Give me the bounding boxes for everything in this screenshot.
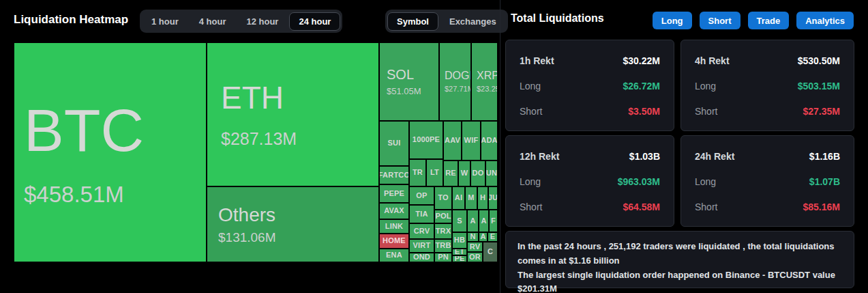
tab-exchanges[interactable]: Exchanges: [440, 12, 506, 31]
cell-symbol: TRX: [436, 227, 451, 236]
treemap-cell-et[interactable]: ET: [452, 249, 467, 255]
summary-line-2: The largest single liquidation order hap…: [518, 268, 842, 293]
cell-symbol: F: [491, 217, 496, 225]
treemap-cell-e[interactable]: E: [488, 232, 498, 242]
treemap-cell-ai[interactable]: AI: [452, 186, 465, 210]
treemap-cell-do[interactable]: DO: [470, 161, 485, 186]
trade-button[interactable]: Trade: [748, 12, 790, 29]
treemap-cell-sol[interactable]: SOL$51.05M: [379, 42, 439, 121]
treemap-cell-or[interactable]: OR: [467, 252, 483, 262]
treemap-cell-pepe[interactable]: PEPE: [379, 184, 409, 203]
treemap-cell-trx[interactable]: TRX: [434, 223, 452, 239]
treemap-cell-sui[interactable]: SUI: [379, 121, 409, 166]
treemap-cell-to[interactable]: TO: [434, 186, 452, 210]
treemap-cell-virt[interactable]: VIRT: [409, 239, 434, 253]
treemap-cell-eth[interactable]: ETH$287.13M: [207, 42, 379, 186]
long-label: Long: [520, 81, 541, 92]
treemap-cell-un[interactable]: UN: [485, 161, 498, 186]
treemap-cell-xrp[interactable]: XRP$23.25M: [471, 42, 498, 121]
treemap-cell-wif[interactable]: WIF: [462, 121, 481, 161]
treemap-cell-c[interactable]: C: [483, 242, 498, 262]
cell-symbol: JU: [488, 194, 498, 202]
card-total: $1.16B: [809, 151, 840, 162]
cell-symbol: RE: [445, 169, 456, 178]
cell-symbol: AVAX: [384, 207, 404, 215]
cell-symbol: LINK: [385, 223, 403, 231]
tab-24-hour[interactable]: 24 hour: [289, 12, 340, 31]
treemap-cell-ada[interactable]: ADA: [481, 121, 498, 161]
tab-12-hour[interactable]: 12 hour: [237, 12, 288, 31]
tab-1-hour[interactable]: 1 hour: [142, 12, 188, 31]
treemap-cell-m[interactable]: M: [465, 186, 477, 210]
treemap-cell-avax[interactable]: AVAX: [379, 203, 409, 219]
treemap-cell-w[interactable]: W: [458, 161, 470, 186]
tab-symbol[interactable]: Symbol: [387, 12, 438, 31]
card-title: 1h Rekt: [520, 55, 554, 66]
short-value: $3.50M: [628, 106, 660, 117]
treemap-cell-pn[interactable]: PN: [434, 253, 452, 262]
treemap-cell-hb[interactable]: HB: [452, 232, 467, 249]
treemap-cell-a[interactable]: A: [467, 210, 479, 232]
treemap-cell-pe[interactable]: PE: [452, 255, 467, 262]
liquidation-treemap: BTC$458.51METH$287.13MOthers$131.06MSOL$…: [14, 42, 498, 262]
cell-symbol: DO: [473, 169, 484, 178]
long-value: $503.15M: [798, 81, 840, 92]
treemap-cell-h[interactable]: H: [477, 186, 488, 210]
treemap-cell-a[interactable]: A: [479, 210, 489, 232]
cell-symbol: HB: [454, 236, 465, 245]
treemap-cell-doge[interactable]: DOGE$27.71M: [439, 42, 471, 121]
short-button[interactable]: Short: [700, 12, 740, 29]
cell-symbol: ETH: [221, 81, 284, 114]
tab-4-hour[interactable]: 4 hour: [190, 12, 236, 31]
treemap-cell-re[interactable]: RE: [443, 161, 458, 186]
long-label: Long: [695, 81, 716, 92]
cell-symbol: 1000PE: [413, 136, 440, 144]
cell-symbol: XRP: [477, 70, 498, 82]
card-total: $30.22M: [623, 55, 660, 66]
treemap-cell-crv[interactable]: CRV: [409, 223, 434, 239]
cell-symbol: TR: [413, 169, 423, 177]
treemap-cell-f[interactable]: F: [489, 210, 498, 232]
treemap-cell-ena[interactable]: ENA: [379, 249, 409, 262]
treemap-cell-aav[interactable]: AAV: [443, 121, 462, 161]
summary-line-1: In the past 24 hours , 251,192 traders w…: [518, 240, 842, 268]
treemap-cell-others[interactable]: Others$131.06M: [207, 186, 379, 262]
rekt-cards: 1h Rekt $30.22M Long $26.72M Short $3.50…: [505, 40, 854, 227]
cell-symbol: TO: [438, 194, 448, 202]
long-button[interactable]: Long: [653, 12, 692, 29]
treemap-cell-home[interactable]: HOME: [379, 234, 409, 249]
cell-symbol: DOGE: [445, 70, 471, 82]
cell-symbol: OP: [416, 192, 427, 200]
cell-symbol: RV: [470, 243, 480, 251]
treemap-cell-a[interactable]: A: [479, 232, 488, 242]
cell-symbol: A: [480, 233, 485, 241]
treemap-cell-rv[interactable]: RV: [467, 242, 483, 252]
cell-value: $458.51M: [24, 183, 124, 206]
card-title: 12h Rekt: [520, 151, 559, 162]
treemap-cell-tr[interactable]: TR: [409, 159, 426, 186]
treemap-cell-s[interactable]: S: [452, 210, 467, 232]
cell-symbol: FARTCO: [379, 171, 409, 180]
cell-value: $51.05M: [387, 87, 421, 96]
treemap-cell-pol[interactable]: POL: [434, 210, 452, 223]
treemap-cell-ju[interactable]: JU: [488, 186, 498, 210]
analytics-button[interactable]: Analytics: [796, 12, 854, 29]
treemap-cell-trb[interactable]: TRB: [434, 239, 452, 253]
treemap-cell-ond[interactable]: OND: [409, 253, 434, 262]
treemap-cell-n[interactable]: N: [467, 232, 479, 242]
treemap-cell-tia[interactable]: TIA: [409, 205, 434, 223]
cell-symbol: A: [470, 217, 475, 225]
cell-symbol: TIA: [415, 210, 428, 219]
cell-value: $131.06M: [218, 231, 276, 244]
treemap-cell-fartco[interactable]: FARTCO: [379, 166, 409, 184]
cell-symbol: S: [457, 217, 462, 225]
treemap-cell-link[interactable]: LINK: [379, 219, 409, 234]
treemap-cell-btc[interactable]: BTC$458.51M: [14, 42, 207, 262]
treemap-cell-op[interactable]: OP: [409, 186, 434, 205]
cell-symbol: UN: [486, 169, 497, 178]
treemap-cell-1000pe[interactable]: 1000PE: [409, 121, 443, 159]
short-label: Short: [520, 106, 542, 117]
treemap-cell-lt[interactable]: LT: [426, 159, 443, 186]
timeframe-tabs: 1 hour 4 hour 12 hour 24 hour: [140, 10, 342, 33]
cell-symbol: PN: [438, 253, 449, 262]
